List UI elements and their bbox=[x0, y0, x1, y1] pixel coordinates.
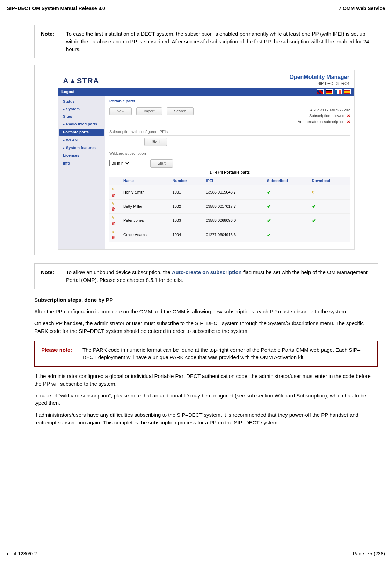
delete-icon[interactable]: 🗑 bbox=[111, 207, 115, 211]
note2-pre: To allow an unbound device subscription,… bbox=[66, 269, 172, 275]
col-download[interactable]: Download bbox=[310, 177, 350, 185]
cell-download: - bbox=[310, 228, 350, 242]
check-icon: ✔ bbox=[265, 228, 310, 242]
omm-product-version: SIP-DECT 3.0RC4 bbox=[289, 81, 349, 87]
table-row[interactable]: ✎🗑 Henry Smith 1001 03586 0015043 7 ✔ ⟳ bbox=[109, 185, 350, 199]
para-3: If the administrator configured a global… bbox=[34, 372, 378, 388]
park-code: PARK: 31170307272202 bbox=[298, 107, 350, 113]
flag-uk-icon[interactable] bbox=[317, 89, 324, 94]
start-wildcard-button[interactable]: Start bbox=[150, 159, 173, 168]
note-box-1: Note: To ease the first installation of … bbox=[34, 25, 378, 58]
new-button[interactable]: New bbox=[109, 107, 132, 116]
cell-ipei: 03586 0015043 7 bbox=[204, 185, 265, 199]
nav-sites[interactable]: Sites bbox=[58, 113, 105, 121]
please-note-label: Please note: bbox=[41, 346, 82, 362]
cell-ipei: 01271 0604916 6 bbox=[204, 228, 265, 242]
cell-number: 1002 bbox=[170, 199, 204, 214]
cell-number: 1003 bbox=[170, 214, 204, 228]
col-number[interactable]: Number bbox=[170, 177, 204, 185]
table-row[interactable]: ✎🗑 Betty Miller 1002 03586 0017017 7 ✔ ✔ bbox=[109, 199, 350, 214]
flag-fr-icon[interactable] bbox=[335, 89, 342, 94]
omm-product-title: OpenMobility Manager bbox=[289, 73, 349, 81]
footer-left: depl-1230/0.2 bbox=[7, 550, 37, 557]
note1-label: Note: bbox=[41, 30, 66, 53]
import-button[interactable]: Import bbox=[136, 107, 162, 116]
cell-name: Peter Jones bbox=[121, 214, 170, 228]
nav-portable-parts[interactable]: Portable parts bbox=[59, 129, 104, 136]
col-ipei[interactable]: IPEI bbox=[204, 177, 265, 185]
check-icon: ✔ bbox=[265, 214, 310, 228]
footer-right: Page: 75 (238) bbox=[353, 550, 385, 557]
subscription-steps-heading: Subscription steps, done by PP bbox=[34, 296, 378, 304]
doc-header-right: 7 OMM Web Service bbox=[339, 5, 385, 12]
edit-icon[interactable]: ✎ bbox=[111, 202, 115, 206]
portable-parts-table: Name Number IPEI Subscribed Download ✎🗑 … bbox=[109, 177, 350, 242]
doc-header-left: SIP–DECT OM System Manual Release 3.0 bbox=[7, 5, 105, 12]
start-ipei-button[interactable]: Start bbox=[144, 138, 167, 146]
check-icon: ✔ bbox=[265, 185, 310, 199]
delete-icon[interactable]: 🗑 bbox=[111, 193, 115, 197]
note1-text: To ease the first installation of a DECT… bbox=[66, 30, 371, 53]
logout-link[interactable]: Logout bbox=[61, 89, 74, 95]
nav-status[interactable]: Status bbox=[58, 98, 105, 105]
col-subscribed[interactable]: Subscribed bbox=[265, 177, 310, 185]
flag-de-icon[interactable] bbox=[326, 89, 333, 94]
edit-icon[interactable]: ✎ bbox=[111, 216, 115, 220]
cell-name: Henry Smith bbox=[121, 185, 170, 199]
aastra-logo: A▲STRA bbox=[63, 75, 99, 87]
edit-icon[interactable]: ✎ bbox=[111, 230, 115, 234]
auto-create-link: Auto-create on subscription bbox=[172, 269, 242, 275]
nav-wlan[interactable]: WLAN bbox=[58, 137, 105, 144]
para-4: In case of "wildcard subscription", plea… bbox=[34, 392, 378, 407]
para-5: If administrators/users have any difficu… bbox=[34, 411, 378, 426]
table-caption: 1 - 4 (4) Portable parts bbox=[109, 168, 350, 177]
nav-system-features[interactable]: System features bbox=[58, 144, 105, 152]
note2-label: Note: bbox=[41, 269, 66, 284]
nav-info[interactable]: Info bbox=[58, 160, 105, 167]
cell-number: 1004 bbox=[170, 228, 204, 242]
delete-icon[interactable]: 🗑 bbox=[111, 221, 115, 225]
please-note-text: The PARK code in numeric format can be f… bbox=[82, 346, 371, 362]
cell-ipei: 03586 0068096 0 bbox=[204, 214, 265, 228]
flag-es-icon[interactable] bbox=[344, 89, 351, 94]
col-name[interactable]: Name bbox=[121, 177, 170, 185]
para-1: After the PP configuration is complete o… bbox=[34, 308, 378, 315]
x-icon: ✖ bbox=[347, 119, 350, 124]
omm-screenshot: A▲STRA OpenMobility Manager SIP-DECT 3.0… bbox=[34, 65, 378, 255]
x-icon: ✖ bbox=[347, 114, 350, 118]
note2-text: To allow an unbound device subscription,… bbox=[66, 269, 371, 284]
cell-name: Grace Adams bbox=[121, 228, 170, 242]
check-icon: ✔ bbox=[310, 199, 350, 214]
nav-rfp[interactable]: Radio fixed parts bbox=[58, 121, 105, 128]
nav-licenses[interactable]: Licenses bbox=[58, 152, 105, 160]
subscription-allowed-label: Subscription allowed: bbox=[309, 114, 346, 118]
language-flags[interactable] bbox=[315, 89, 351, 95]
search-button[interactable]: Search bbox=[167, 107, 194, 116]
para-2: On each PP handset, the administrator or… bbox=[34, 320, 378, 335]
panel-title: Portable parts bbox=[109, 98, 350, 105]
edit-icon[interactable]: ✎ bbox=[111, 187, 115, 191]
note-box-2: Note: To allow an unbound device subscri… bbox=[34, 263, 378, 289]
download-icon[interactable]: ⟳ bbox=[310, 185, 350, 199]
please-note-box: Please note: The PARK code in numeric fo… bbox=[34, 341, 378, 367]
omm-sidebar: Status System Sites Radio fixed parts Po… bbox=[58, 96, 105, 250]
delete-icon[interactable]: 🗑 bbox=[111, 235, 115, 240]
check-icon: ✔ bbox=[310, 214, 350, 228]
check-icon: ✔ bbox=[265, 199, 310, 214]
cell-number: 1001 bbox=[170, 185, 204, 199]
cell-ipei: 03586 0017017 7 bbox=[204, 199, 265, 214]
section-wildcard: Wildcard subscription bbox=[109, 151, 350, 157]
wildcard-duration-select[interactable]: 30 min bbox=[109, 160, 130, 166]
auto-create-label: Auto-create on subscription: bbox=[298, 119, 346, 124]
table-row[interactable]: ✎🗑 Grace Adams 1004 01271 0604916 6 ✔ - bbox=[109, 228, 350, 242]
table-row[interactable]: ✎🗑 Peter Jones 1003 03586 0068096 0 ✔ ✔ bbox=[109, 214, 350, 228]
cell-name: Betty Miller bbox=[121, 199, 170, 214]
section-ipei: Subscription with configured IPEIs bbox=[109, 129, 350, 136]
nav-system[interactable]: System bbox=[58, 105, 105, 113]
